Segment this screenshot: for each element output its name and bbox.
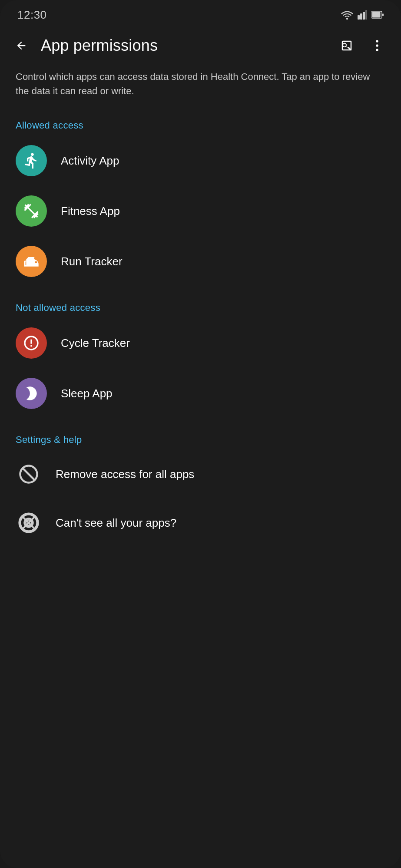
signal-icon bbox=[358, 10, 367, 20]
app-name-label: Run Tracker bbox=[61, 255, 123, 268]
help-icon bbox=[17, 512, 40, 534]
svg-rect-6 bbox=[372, 12, 381, 18]
app-name-label: Fitness App bbox=[61, 205, 120, 218]
app-name-label: Sleep App bbox=[61, 387, 113, 400]
sleep-app-icon bbox=[16, 378, 47, 409]
svg-rect-7 bbox=[382, 13, 384, 16]
running-icon bbox=[23, 152, 40, 169]
svg-rect-3 bbox=[363, 12, 365, 20]
activity-app-icon bbox=[16, 145, 47, 176]
fitness-app-icon bbox=[16, 195, 47, 227]
app-bar: App permissions bbox=[0, 26, 401, 65]
status-bar: 12:30 bbox=[0, 0, 401, 26]
svg-point-12 bbox=[376, 49, 378, 51]
svg-rect-1 bbox=[358, 15, 360, 20]
app-name-label: Cycle Tracker bbox=[61, 337, 130, 350]
block-icon bbox=[17, 463, 40, 485]
svg-point-11 bbox=[376, 44, 378, 47]
svg-point-10 bbox=[376, 40, 378, 43]
svg-point-0 bbox=[346, 18, 348, 20]
search-in-page-icon bbox=[340, 39, 353, 52]
back-button[interactable] bbox=[10, 35, 32, 56]
status-icons bbox=[341, 10, 384, 20]
list-item[interactable]: Fitness App bbox=[0, 186, 401, 236]
more-options-button[interactable] bbox=[366, 35, 388, 56]
cycle-icon bbox=[23, 334, 40, 352]
help-icon-container bbox=[16, 510, 42, 536]
wifi-icon bbox=[341, 10, 353, 20]
search-button[interactable] bbox=[336, 35, 358, 56]
remove-access-item[interactable]: Remove access for all apps bbox=[0, 450, 401, 498]
page-title: App permissions bbox=[41, 36, 327, 55]
list-item[interactable]: Sleep App bbox=[0, 368, 401, 419]
fitness-icon bbox=[23, 202, 40, 220]
allowed-access-header: Allowed access bbox=[0, 111, 401, 135]
svg-rect-4 bbox=[365, 10, 367, 20]
app-name-label: Activity App bbox=[61, 154, 119, 168]
cant-see-apps-item[interactable]: Can't see all your apps? bbox=[0, 498, 401, 547]
not-allowed-access-header: Not allowed access bbox=[0, 294, 401, 318]
more-vert-icon bbox=[375, 39, 379, 52]
description-text: Control which apps can access data store… bbox=[0, 65, 401, 111]
run-tracker-icon bbox=[16, 246, 47, 277]
list-item[interactable]: Run Tracker bbox=[0, 236, 401, 287]
list-item[interactable]: Cycle Tracker bbox=[0, 318, 401, 368]
cycle-tracker-icon bbox=[16, 327, 47, 359]
remove-access-label: Remove access for all apps bbox=[56, 468, 194, 481]
moon-icon bbox=[23, 385, 40, 402]
block-icon-container bbox=[16, 461, 42, 487]
battery-icon bbox=[371, 10, 384, 20]
list-item[interactable]: Activity App bbox=[0, 135, 401, 186]
cant-see-apps-label: Can't see all your apps? bbox=[56, 516, 176, 530]
status-time: 12:30 bbox=[17, 8, 47, 22]
back-arrow-icon bbox=[15, 40, 27, 52]
settings-help-header: Settings & help bbox=[0, 426, 401, 450]
svg-rect-2 bbox=[360, 13, 362, 20]
header-actions bbox=[336, 35, 388, 56]
shoe-icon bbox=[23, 253, 40, 270]
